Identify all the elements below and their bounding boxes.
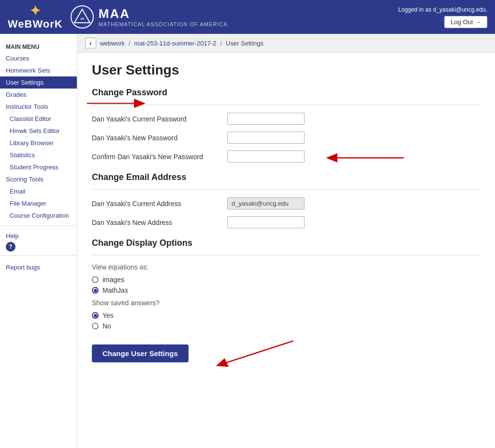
sidebar-item-classlist-editor[interactable]: Classlist Editor [0, 113, 77, 125]
sidebar-item-course-configuration[interactable]: Course Configuration [0, 209, 77, 222]
main-menu-label: MAIN MENU [0, 40, 77, 52]
show-saved-answers-label: Show saved answers? [92, 299, 480, 307]
help-icon[interactable]: ? [6, 242, 15, 252]
main-content: ‹ webwork / mat-253-11d-summer-2017-2 / … [77, 34, 495, 448]
webwork-brand-text: WeBWorK [8, 18, 63, 30]
confirm-password-row: Confirm Dan Yasaki's New Password [92, 150, 480, 163]
breadcrumb-sep-2: / [220, 40, 222, 47]
current-address-label: Dan Yasaki's Current Address [92, 200, 227, 208]
logo-star-icon: ✦ [29, 4, 41, 19]
sidebar-item-courses[interactable]: Courses [0, 52, 77, 64]
no-option-row: No [92, 322, 480, 330]
breadcrumb: ‹ webwork / mat-253-11d-summer-2017-2 / … [77, 34, 495, 53]
sidebar-item-file-manager[interactable]: File Manager [0, 197, 77, 209]
change-password-title: Change Password [92, 88, 480, 98]
report-bugs-link[interactable]: Report bugs [0, 260, 77, 275]
maa-logo-area: m MAA MATHEMATICAL ASSOCIATION OF AMERIC… [71, 5, 228, 29]
sidebar-item-instructor-tools[interactable]: Instructor Tools [0, 101, 77, 113]
sidebar-divider-2 [0, 255, 77, 256]
breadcrumb-current: User Settings [226, 40, 263, 47]
view-equations-group: images MathJax [92, 276, 480, 294]
display-section-divider [92, 255, 480, 255]
mathjax-radio-label: MathJax [102, 286, 128, 294]
sidebar-item-student-progress[interactable]: Student Progress [0, 161, 77, 173]
sidebar-item-grades[interactable]: Grades [0, 89, 77, 101]
maa-text: MAA MATHEMATICAL ASSOCIATION OF AMERICA [99, 6, 228, 27]
svg-line-5 [221, 341, 293, 364]
new-password-input[interactable] [227, 132, 305, 144]
sidebar-item-hmwk-sets-editor[interactable]: Hmwk Sets Editor [0, 125, 77, 137]
yes-radio[interactable] [92, 312, 99, 319]
breadcrumb-webwork[interactable]: webwork [100, 40, 125, 47]
page-title: User Settings [92, 62, 480, 78]
new-address-input[interactable] [227, 216, 305, 228]
no-radio[interactable] [92, 323, 99, 329]
header-right: Logged in as d_yasaki@uncg.edu. Log Out … [398, 6, 487, 28]
sidebar-item-homework-sets[interactable]: Homework Sets [0, 64, 77, 76]
images-option-row: images [92, 276, 480, 284]
images-radio[interactable] [92, 276, 99, 283]
logged-in-text: Logged in as d_yasaki@uncg.edu. [398, 6, 487, 13]
change-email-title: Change Email Address [92, 172, 480, 182]
sidebar-item-library-browser[interactable]: Library Browser [0, 137, 77, 149]
no-radio-label: No [102, 322, 111, 330]
maa-title-text: MAA [99, 6, 228, 21]
sidebar-item-statistics[interactable]: Statistics [0, 149, 77, 161]
breadcrumb-course[interactable]: mat-253-11d-summer-2017-2 [134, 40, 217, 47]
images-radio-label: images [102, 276, 124, 284]
app-header: ✦ WeBWorK m MAA MATHEMATICAL ASSOCIATION… [0, 0, 495, 34]
email-section-divider [92, 189, 480, 190]
sidebar-item-email[interactable]: Email [0, 185, 77, 197]
new-address-row: Dan Yasaki's New Address [92, 216, 480, 228]
maa-circle-icon: m [71, 5, 94, 29]
mathjax-radio[interactable] [92, 287, 99, 294]
maa-subtitle-text: MATHEMATICAL ASSOCIATION OF AMERICA [99, 21, 228, 27]
webwork-logo: ✦ WeBWorK [8, 4, 63, 30]
confirm-password-input[interactable] [227, 150, 305, 163]
current-password-label: Dan Yasaki's Current Password [92, 115, 227, 123]
sidebar-item-help[interactable]: Help [0, 230, 77, 242]
current-password-input[interactable] [227, 113, 305, 125]
change-display-title: Change Display Options [92, 238, 480, 248]
new-address-label: Dan Yasaki's New Address [92, 219, 227, 226]
sidebar-divider [0, 225, 77, 226]
new-password-row: Dan Yasaki's New Password [92, 132, 480, 144]
password-section-divider [92, 105, 480, 105]
mathjax-option-row: MathJax [92, 286, 480, 294]
view-equations-label: View equations as: [92, 263, 480, 271]
show-saved-group: Yes No [92, 312, 480, 330]
sidebar: MAIN MENU Courses Homework Sets User Set… [0, 34, 77, 448]
breadcrumb-back-button[interactable]: ‹ [85, 38, 96, 48]
logout-button[interactable]: Log Out → [444, 16, 487, 28]
page-body: User Settings Change Password Dan Yasaki… [77, 53, 495, 372]
confirm-password-label: Confirm Dan Yasaki's New Password [92, 153, 227, 161]
yes-option-row: Yes [92, 312, 480, 319]
sidebar-item-user-settings[interactable]: User Settings [0, 76, 77, 89]
breadcrumb-sep-1: / [129, 40, 131, 47]
current-address-row: Dan Yasaki's Current Address [92, 197, 480, 209]
sidebar-item-scoring-tools[interactable]: Scoring Tools [0, 173, 77, 185]
current-password-row: Dan Yasaki's Current Password [92, 113, 480, 125]
change-user-settings-button[interactable]: Change User Settings [92, 344, 189, 362]
current-address-input[interactable] [227, 197, 305, 209]
svg-text:m: m [80, 16, 84, 21]
yes-radio-label: Yes [102, 312, 114, 319]
new-password-label: Dan Yasaki's New Password [92, 134, 227, 142]
